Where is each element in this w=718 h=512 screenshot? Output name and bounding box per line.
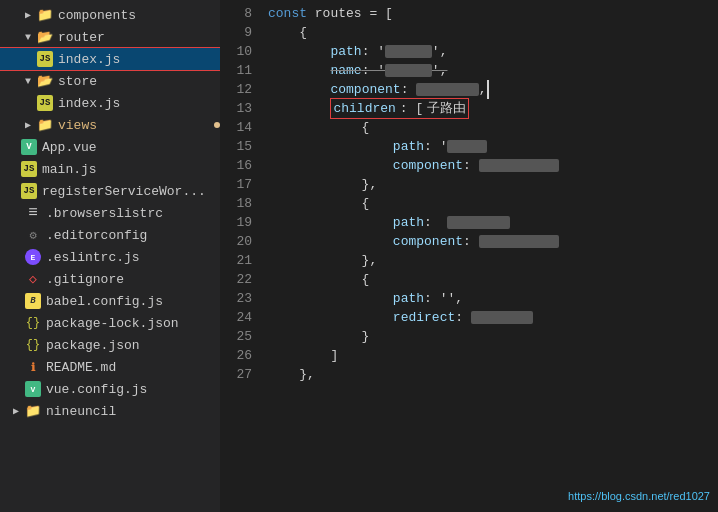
sidebar-item-editorconfig[interactable]: ⚙ .editorconfig bbox=[0, 224, 220, 246]
code-line-18: { bbox=[268, 194, 718, 213]
sidebar-item-router[interactable]: ▼ 📂 router bbox=[0, 26, 220, 48]
sidebar-item-babel-config[interactable]: B babel.config.js bbox=[0, 290, 220, 312]
babel-file-icon: B bbox=[24, 292, 42, 310]
json-file-icon: {} bbox=[24, 336, 42, 354]
vue-file-icon: V bbox=[20, 138, 38, 156]
sidebar-label: nineuncil bbox=[46, 404, 220, 419]
code-line-16: component: bbox=[268, 156, 718, 175]
gear-file-icon: ⚙ bbox=[24, 226, 42, 244]
code-line-17: }, bbox=[268, 175, 718, 194]
readme-file-icon: ℹ bbox=[24, 358, 42, 376]
sidebar-label: .browserslistrc bbox=[46, 206, 220, 221]
folder-icon: 📁 bbox=[36, 6, 54, 24]
folder-icon: 📂 bbox=[36, 72, 54, 90]
folder-icon: 📂 bbox=[36, 28, 54, 46]
sidebar-label: package-lock.json bbox=[46, 316, 220, 331]
file-explorer: ▶ 📁 components ▼ 📂 router JS index.js ▼ … bbox=[0, 0, 220, 512]
code-line-9: { bbox=[268, 23, 718, 42]
watermark: https://blog.csdn.net/red1027 bbox=[568, 487, 710, 506]
git-file-icon: ◇ bbox=[24, 270, 42, 288]
expand-arrow-icon: ▶ bbox=[8, 403, 24, 419]
eslint-file-icon: E bbox=[24, 248, 42, 266]
vue-file-icon: V bbox=[24, 380, 42, 398]
sidebar-label: views bbox=[58, 118, 210, 133]
code-line-21: }, bbox=[268, 251, 718, 270]
sidebar-label: index.js bbox=[58, 52, 220, 67]
sidebar-item-eslintrc[interactable]: E .eslintrc.js bbox=[0, 246, 220, 268]
sidebar-item-app-vue[interactable]: V App.vue bbox=[0, 136, 220, 158]
code-line-14: { bbox=[268, 118, 718, 137]
folder-views-icon: 📁 bbox=[36, 116, 54, 134]
expand-arrow-icon: ▶ bbox=[20, 117, 36, 133]
sidebar-item-package-lock[interactable]: {} package-lock.json bbox=[0, 312, 220, 334]
sidebar-item-store-index[interactable]: JS index.js bbox=[0, 92, 220, 114]
sidebar-item-views[interactable]: ▶ 📁 views bbox=[0, 114, 220, 136]
code-line-20: component: bbox=[268, 232, 718, 251]
sidebar-label: index.js bbox=[58, 96, 220, 111]
sidebar-label: components bbox=[58, 8, 220, 23]
sidebar-item-vue-config[interactable]: V vue.config.js bbox=[0, 378, 220, 400]
sidebar-label: router bbox=[58, 30, 220, 45]
sidebar-item-gitignore[interactable]: ◇ .gitignore bbox=[0, 268, 220, 290]
sidebar-label: README.md bbox=[46, 360, 220, 375]
js-file-icon: JS bbox=[20, 160, 38, 178]
code-editor: 8 9 10 11 12 13 14 15 16 17 18 19 20 21 … bbox=[220, 0, 718, 512]
code-line-22: { bbox=[268, 270, 718, 289]
sidebar-item-register-service[interactable]: JS registerServiceWor... bbox=[0, 180, 220, 202]
sidebar-label: .eslintrc.js bbox=[46, 250, 220, 265]
sidebar-item-readme[interactable]: ℹ README.md bbox=[0, 356, 220, 378]
js-file-icon: JS bbox=[20, 182, 38, 200]
code-line-12: component: , bbox=[268, 80, 718, 99]
json-file-icon: {} bbox=[24, 314, 42, 332]
sidebar-label: babel.config.js bbox=[46, 294, 220, 309]
sidebar-label: store bbox=[58, 74, 220, 89]
code-line-25: } bbox=[268, 327, 718, 346]
sidebar-item-nineuncil[interactable]: ▶ 📁 nineuncil bbox=[0, 400, 220, 422]
folder-icon: 📁 bbox=[24, 402, 42, 420]
expand-arrow-icon: ▼ bbox=[20, 73, 36, 89]
sidebar-label: .gitignore bbox=[46, 272, 220, 287]
sidebar-item-package-json[interactable]: {} package.json bbox=[0, 334, 220, 356]
dot-file-icon: ≡ bbox=[24, 204, 42, 222]
sidebar-item-main-js[interactable]: JS main.js bbox=[0, 158, 220, 180]
code-line-27: }, bbox=[268, 365, 718, 384]
expand-arrow-icon: ▶ bbox=[20, 7, 36, 23]
sidebar-label: App.vue bbox=[42, 140, 220, 155]
sidebar-item-components[interactable]: ▶ 📁 components bbox=[0, 4, 220, 26]
sidebar-label: vue.config.js bbox=[46, 382, 220, 397]
sidebar-item-browserslistrc[interactable]: ≡ .browserslistrc bbox=[0, 202, 220, 224]
code-content: const routes = [ { path: ' ', name: ' ',… bbox=[262, 4, 718, 512]
sidebar-label: .editorconfig bbox=[46, 228, 220, 243]
js-file-icon: JS bbox=[36, 94, 54, 112]
code-line-13: children: [ 子路由 bbox=[268, 99, 718, 118]
js-file-icon: JS bbox=[36, 50, 54, 68]
code-line-26: ] bbox=[268, 346, 718, 365]
sidebar-label: registerServiceWor... bbox=[42, 184, 220, 199]
sidebar-item-router-index[interactable]: JS index.js bbox=[0, 48, 220, 70]
code-line-8: const routes = [ bbox=[268, 4, 718, 23]
code-line-10: path: ' ', bbox=[268, 42, 718, 61]
sidebar-item-store[interactable]: ▼ 📂 store bbox=[0, 70, 220, 92]
line-numbers: 8 9 10 11 12 13 14 15 16 17 18 19 20 21 … bbox=[220, 4, 262, 512]
code-line-15: path: ' bbox=[268, 137, 718, 156]
code-line-11: name: ' ', bbox=[268, 61, 718, 80]
expand-arrow-icon: ▼ bbox=[20, 29, 36, 45]
code-line-19: path: bbox=[268, 213, 718, 232]
code-line-23: path: '', bbox=[268, 289, 718, 308]
sidebar-label: package.json bbox=[46, 338, 220, 353]
sidebar-label: main.js bbox=[42, 162, 220, 177]
code-line-24: redirect: bbox=[268, 308, 718, 327]
